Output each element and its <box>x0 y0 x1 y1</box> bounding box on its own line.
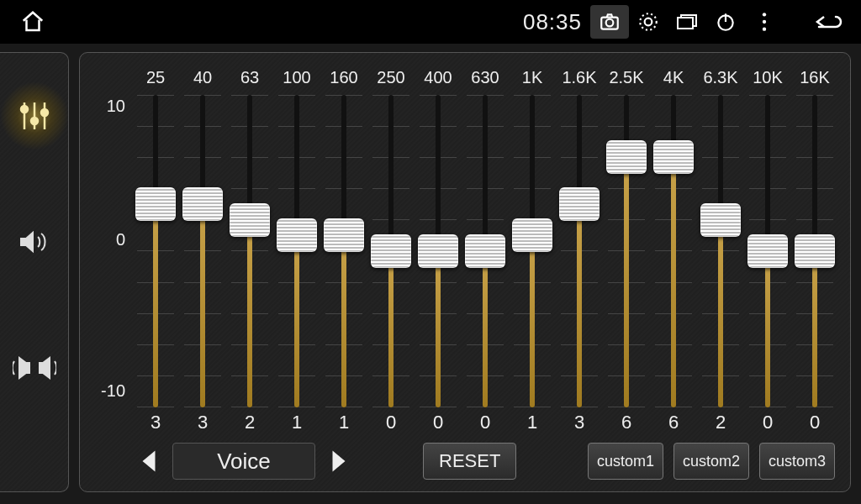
band-slider-thumb[interactable] <box>324 218 364 252</box>
band-slider[interactable] <box>791 95 838 407</box>
eq-band: 2.5K6 <box>603 68 650 438</box>
band-value-label: 0 <box>433 407 443 438</box>
eq-panel: 10 0 -10 253403632100116012500400063001K… <box>79 52 851 492</box>
band-slider-thumb[interactable] <box>700 203 741 237</box>
band-slider[interactable] <box>603 95 650 407</box>
eq-bands: 253403632100116012500400063001K11.6K32.5… <box>132 68 838 438</box>
more-icon[interactable] <box>745 5 784 39</box>
band-slider[interactable] <box>226 95 273 407</box>
band-slider[interactable] <box>697 95 744 407</box>
sidebar <box>0 52 69 492</box>
band-value-label: 2 <box>716 407 726 438</box>
band-slider[interactable] <box>320 95 367 407</box>
band-freq-label: 1K <box>522 68 542 95</box>
back-icon[interactable] <box>809 5 848 39</box>
svg-point-11 <box>21 106 28 113</box>
preset-prev-button[interactable] <box>132 444 166 478</box>
band-slider-thumb[interactable] <box>795 234 835 268</box>
sidebar-item-balance[interactable] <box>5 339 64 397</box>
eq-band: 1K1 <box>509 68 556 438</box>
band-slider[interactable] <box>273 95 320 407</box>
band-freq-label: 4K <box>663 68 684 95</box>
home-icon[interactable] <box>13 5 52 39</box>
band-slider[interactable] <box>556 95 603 407</box>
custom-preset-2-button[interactable]: custom2 <box>673 443 749 480</box>
power-icon[interactable] <box>706 5 745 39</box>
band-value-label: 0 <box>810 407 820 438</box>
svg-point-8 <box>763 20 766 24</box>
band-value-label: 0 <box>763 407 773 438</box>
svg-rect-4 <box>678 18 693 29</box>
band-freq-label: 1.6K <box>562 68 596 95</box>
clock-label: 08:35 <box>523 9 582 35</box>
band-value-label: 3 <box>574 407 584 438</box>
band-value-label: 3 <box>198 407 208 438</box>
band-slider[interactable] <box>462 95 509 407</box>
band-freq-label: 25 <box>146 68 165 95</box>
band-slider[interactable] <box>744 95 791 407</box>
custom-preset-3-button[interactable]: custom3 <box>759 443 835 480</box>
bottom-controls: Voice RESET custom1 custom2 custom3 <box>95 438 838 481</box>
camera-icon[interactable] <box>590 5 629 39</box>
preset-label[interactable]: Voice <box>172 443 315 480</box>
eq-band: 1601 <box>320 68 367 438</box>
band-freq-label: 160 <box>330 68 357 95</box>
band-slider-thumb[interactable] <box>230 203 270 237</box>
eq-band: 253 <box>132 68 179 438</box>
band-slider[interactable] <box>367 95 415 407</box>
band-slider-thumb[interactable] <box>606 140 647 174</box>
band-slider-thumb[interactable] <box>277 218 317 252</box>
eq-band: 4000 <box>415 68 462 438</box>
band-slider-thumb[interactable] <box>182 187 223 221</box>
eq-band: 403 <box>179 68 226 438</box>
band-freq-label: 100 <box>283 68 310 95</box>
band-freq-label: 16K <box>800 68 830 95</box>
reset-button[interactable]: RESET <box>423 443 516 480</box>
brightness-icon[interactable] <box>629 5 668 39</box>
sidebar-item-volume[interactable] <box>5 213 64 271</box>
svg-point-2 <box>645 18 652 26</box>
band-value-label: 1 <box>339 407 349 438</box>
band-slider-thumb[interactable] <box>465 234 505 268</box>
band-freq-label: 2.5K <box>609 68 643 95</box>
band-freq-label: 630 <box>471 68 499 95</box>
band-slider-thumb[interactable] <box>559 187 600 221</box>
svg-point-1 <box>606 19 614 27</box>
eq-band: 1001 <box>273 68 320 438</box>
band-freq-label: 10K <box>753 68 783 95</box>
band-slider[interactable] <box>650 95 697 407</box>
band-slider[interactable] <box>509 95 556 407</box>
band-freq-label: 40 <box>193 68 212 95</box>
eq-band: 10K0 <box>744 68 791 438</box>
eq-band: 2500 <box>367 68 415 438</box>
band-value-label: 3 <box>151 407 161 438</box>
band-value-label: 2 <box>245 407 255 438</box>
band-freq-label: 63 <box>240 68 259 95</box>
band-value-label: 1 <box>527 407 537 438</box>
band-freq-label: 250 <box>377 68 404 95</box>
band-value-label: 0 <box>386 407 396 438</box>
recent-apps-icon[interactable] <box>668 5 706 39</box>
band-slider-thumb[interactable] <box>371 234 411 268</box>
band-slider-thumb[interactable] <box>135 187 176 221</box>
eq-band: 6300 <box>462 68 509 438</box>
band-slider[interactable] <box>179 95 226 407</box>
sidebar-item-eq[interactable] <box>5 87 64 145</box>
custom-preset-1-button[interactable]: custom1 <box>588 443 663 480</box>
band-value-label: 1 <box>292 407 302 438</box>
band-freq-label: 6.3K <box>703 68 737 95</box>
svg-point-3 <box>640 13 657 30</box>
eq-band: 1.6K3 <box>556 68 603 438</box>
svg-point-9 <box>763 28 766 31</box>
band-value-label: 0 <box>480 407 490 438</box>
preset-next-button[interactable] <box>322 444 356 478</box>
band-slider-thumb[interactable] <box>512 218 552 252</box>
svg-point-15 <box>41 109 48 116</box>
band-slider[interactable] <box>132 95 179 407</box>
svg-point-7 <box>763 13 766 16</box>
band-slider-thumb[interactable] <box>418 234 458 268</box>
band-slider-thumb[interactable] <box>653 140 694 174</box>
band-slider[interactable] <box>415 95 462 407</box>
band-slider-thumb[interactable] <box>747 234 788 268</box>
status-bar: 08:35 <box>0 0 861 44</box>
